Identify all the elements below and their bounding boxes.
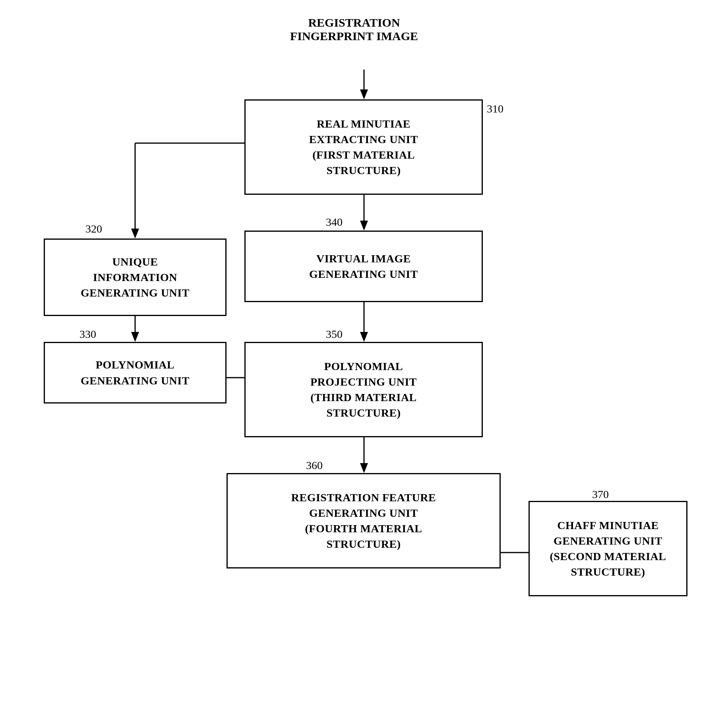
diagram-container: REGISTRATIONFINGERPRINT IMAGE REAL MINU — [0, 0, 728, 706]
box-360: REGISTRATION FEATUREGENERATING UNIT(FOUR… — [227, 473, 501, 568]
svg-marker-3 — [360, 221, 368, 231]
box-340: VIRTUAL IMAGEGENERATING UNIT — [244, 231, 483, 302]
label-360: 360 — [306, 459, 323, 472]
box-330: POLYNOMIALGENERATING UNIT — [44, 342, 227, 403]
label-330: 330 — [79, 328, 96, 341]
svg-marker-5 — [360, 332, 368, 342]
svg-marker-14 — [131, 229, 139, 239]
box-310: REAL MINUTIAEEXTRACTING UNIT(FIRST MATER… — [244, 99, 483, 195]
svg-marker-9 — [131, 332, 139, 342]
top-label: REGISTRATIONFINGERPRINT IMAGE — [290, 16, 418, 43]
label-350: 350 — [326, 328, 343, 341]
box-350: POLYNOMIALPROJECTING UNIT(THIRD MATERIAL… — [244, 342, 483, 437]
svg-marker-7 — [360, 463, 368, 473]
svg-marker-1 — [360, 89, 368, 99]
box-370: CHAFF MINUTIAEGENERATING UNIT(SECOND MAT… — [529, 501, 687, 596]
label-310: 310 — [487, 103, 503, 115]
label-320: 320 — [85, 223, 102, 235]
label-370: 370 — [592, 488, 609, 501]
label-340: 340 — [326, 216, 343, 229]
box-320: UNIQUEINFORMATIONGENERATING UNIT — [44, 239, 227, 316]
